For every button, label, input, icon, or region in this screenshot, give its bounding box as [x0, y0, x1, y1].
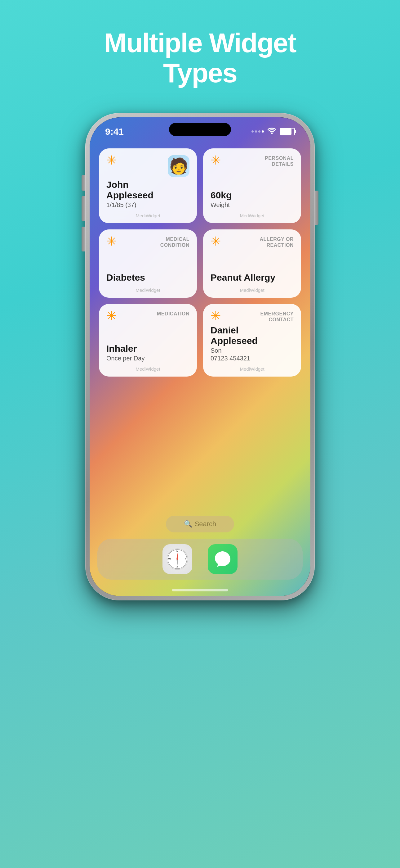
wifi-icon [268, 127, 276, 136]
allergy-widget[interactable]: ✳ ALLERGY ORREACTION Peanut Allergy Medi… [203, 229, 301, 298]
widget-content: Diabetes [106, 251, 190, 285]
contact-name: DanielAppleseed [210, 325, 294, 346]
profile-widget[interactable]: ✳ 🧑 JohnAppleseed 1/1/85 (37) MediWidget [99, 148, 197, 223]
svg-text:E: E [185, 557, 187, 560]
signal-icon [252, 130, 264, 132]
widget-header: ✳ MEDICALCONDITION [106, 236, 190, 248]
phone-mockup: 9:41 [85, 113, 315, 600]
search-icon: 🔍 [184, 520, 192, 528]
title-line2: Types [163, 57, 237, 88]
svg-text:N: N [176, 550, 178, 553]
title-line1: Multiple Widget [104, 27, 296, 58]
volume-down-button [81, 227, 85, 251]
phone-outer: 9:41 [85, 113, 315, 600]
asterisk-icon: ✳ [106, 154, 117, 166]
svg-text:W: W [168, 557, 171, 560]
asterisk-icon: ✳ [210, 154, 221, 166]
widget-content: JohnAppleseed 1/1/85 (37) [106, 180, 190, 211]
widget-category: PERSONALDETAILS [265, 155, 294, 167]
widget-category: MEDICALCONDITION [160, 236, 190, 248]
widget-category: ALLERGY ORREACTION [260, 236, 294, 248]
widget-content: DanielAppleseed Son 07123 454321 [210, 325, 294, 364]
phone-bottom: 🔍 Search N S E W [90, 516, 310, 596]
contact-phone: 07123 454321 [210, 355, 294, 362]
search-bar[interactable]: 🔍 Search [166, 516, 234, 532]
svg-text:S: S [176, 566, 178, 569]
status-icons [252, 127, 295, 136]
mute-button [81, 175, 85, 191]
asterisk-icon: ✳ [106, 235, 117, 247]
personal-details-widget[interactable]: ✳ PERSONALDETAILS 60kg Weight MediWidget [203, 148, 301, 223]
widget-content: Inhaler Once per Day [106, 324, 190, 364]
widgets-grid: ✳ 🧑 JohnAppleseed 1/1/85 (37) MediWidget [90, 139, 310, 383]
medication-widget[interactable]: ✳ MEDICATION Inhaler Once per Day MediWi… [99, 304, 197, 377]
messages-icon[interactable] [208, 544, 237, 574]
battery-icon [280, 128, 295, 135]
status-time: 9:41 [105, 126, 124, 137]
asterisk-icon: ✳ [210, 235, 221, 247]
search-label: Search [195, 520, 216, 528]
power-button [315, 191, 319, 225]
widget-header: ✳ EMERGENCYCONTACT [210, 311, 294, 322]
asterisk-icon: ✳ [210, 310, 221, 322]
safari-icon[interactable]: N S E W [163, 544, 192, 574]
medication-frequency: Once per Day [106, 355, 190, 362]
widget-content: Peanut Allergy [210, 251, 294, 285]
condition-value: Diabetes [106, 272, 190, 283]
home-indicator [172, 589, 228, 591]
contact-relation: Son [210, 347, 294, 354]
widget-footer: MediWidget [210, 366, 294, 372]
profile-dob: 1/1/85 (37) [106, 202, 190, 209]
asterisk-icon: ✳ [106, 310, 117, 322]
medical-condition-widget[interactable]: ✳ MEDICALCONDITION Diabetes MediWidget [99, 229, 197, 298]
weight-label: Weight [210, 202, 294, 209]
widget-footer: MediWidget [106, 287, 190, 293]
memoji-icon: 🧑 [169, 158, 188, 174]
profile-avatar: 🧑 [168, 155, 190, 177]
widget-category: EMERGENCYCONTACT [260, 311, 294, 322]
widget-content: 60kg Weight [210, 169, 294, 211]
search-bar-container: 🔍 Search [90, 516, 310, 532]
widget-footer: MediWidget [106, 213, 190, 218]
phone-screen: 9:41 [90, 117, 310, 596]
page-title: Multiple Widget Types [104, 28, 296, 88]
allergy-value: Peanut Allergy [210, 272, 294, 283]
profile-name: JohnAppleseed [106, 180, 190, 201]
medication-name: Inhaler [106, 343, 190, 354]
widget-footer: MediWidget [106, 366, 190, 372]
widget-category: MEDICATION [157, 311, 190, 317]
app-dock: N S E W [97, 538, 303, 580]
widget-header: ✳ MEDICATION [106, 311, 190, 322]
widget-header: ✳ ALLERGY ORREACTION [210, 236, 294, 248]
widget-footer: MediWidget [210, 287, 294, 293]
volume-up-button [81, 196, 85, 221]
widget-header: ✳ 🧑 [106, 155, 190, 177]
weight-value: 60kg [210, 190, 294, 201]
phone-side-left [81, 175, 85, 257]
widget-footer: MediWidget [210, 213, 294, 218]
dynamic-island [169, 123, 231, 136]
widget-header: ✳ PERSONALDETAILS [210, 155, 294, 167]
emergency-contact-widget[interactable]: ✳ EMERGENCYCONTACT DanielAppleseed Son 0… [203, 304, 301, 377]
phone-side-right [315, 191, 319, 225]
